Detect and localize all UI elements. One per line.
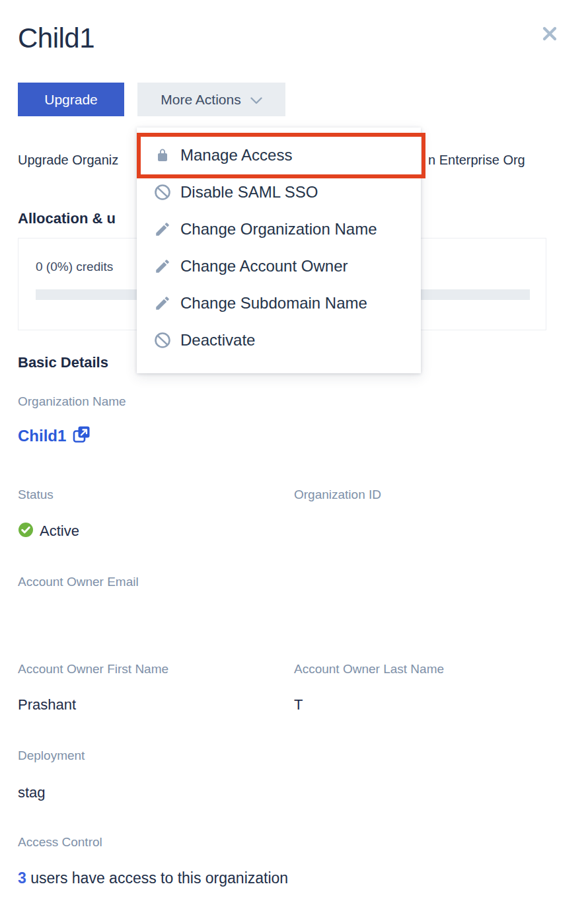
close-icon [541,25,558,44]
deployment-value: stag [18,784,46,801]
upgrade-note-left: Upgrade Organiz [18,153,118,168]
organization-name-label: Organization Name [18,394,126,409]
organization-id-label: Organization ID [294,488,381,502]
basic-details-heading: Basic Details [18,354,108,371]
menu-item-label: Manage Access [180,146,292,164]
organization-name-link[interactable]: Child1 [18,427,66,445]
deployment-label: Deployment [18,749,85,763]
access-user-count-link[interactable]: 3 [18,869,26,887]
access-control-text: users have access to this organization [26,869,288,887]
credits-used-text: 0 (0%) credits [36,260,113,274]
access-control-line: 3 users have access to this organization [18,869,288,887]
pencil-icon [154,258,171,275]
status-label: Status [18,488,54,502]
menu-item-label: Change Account Owner [180,257,348,275]
account-owner-last-name-label: Account Owner Last Name [294,662,444,676]
status-value-row: Active [18,522,79,540]
account-owner-first-name-value: Prashant [18,696,76,713]
organization-detail-modal: Child1 Upgrade More Actions Upgrade Orga… [0,0,588,913]
chevron-down-icon [250,92,262,108]
menu-item-change-organization-name[interactable]: Change Organization Name [137,211,421,248]
action-button-row: Upgrade More Actions [18,83,285,116]
page-title: Child1 [18,22,94,54]
menu-item-change-subdomain-name[interactable]: Change Subdomain Name [137,285,421,322]
more-actions-menu: Manage Access Disable SAML SSO Change Or… [137,128,421,373]
menu-item-change-account-owner[interactable]: Change Account Owner [137,248,421,285]
more-actions-label: More Actions [161,92,240,108]
menu-item-deactivate[interactable]: Deactivate [137,322,421,359]
upgrade-button[interactable]: Upgrade [18,83,124,116]
allocation-usage-heading: Allocation & u [18,210,116,227]
account-owner-last-name-value: T [294,696,303,713]
menu-item-disable-saml-sso[interactable]: Disable SAML SSO [137,174,421,211]
account-owner-first-name-label: Account Owner First Name [18,662,168,676]
account-owner-email-label: Account Owner Email [18,575,139,589]
block-icon [154,184,171,201]
close-button[interactable] [539,24,560,45]
menu-item-label: Deactivate [180,331,255,349]
menu-item-manage-access[interactable]: Manage Access [137,137,421,174]
lock-icon [154,147,171,164]
menu-item-label: Disable SAML SSO [180,183,318,201]
organization-name-row: Child1 [18,425,91,446]
external-link-icon[interactable] [73,425,91,446]
menu-item-label: Change Subdomain Name [180,294,367,312]
upgrade-note-right: n Enterprise Org [428,153,525,168]
status-value: Active [40,523,79,540]
more-actions-button[interactable]: More Actions [137,83,285,116]
block-icon [154,332,171,349]
access-control-label: Access Control [18,835,102,850]
menu-item-label: Change Organization Name [180,220,377,238]
check-circle-icon [18,522,34,540]
pencil-icon [154,295,171,312]
pencil-icon [154,221,171,238]
